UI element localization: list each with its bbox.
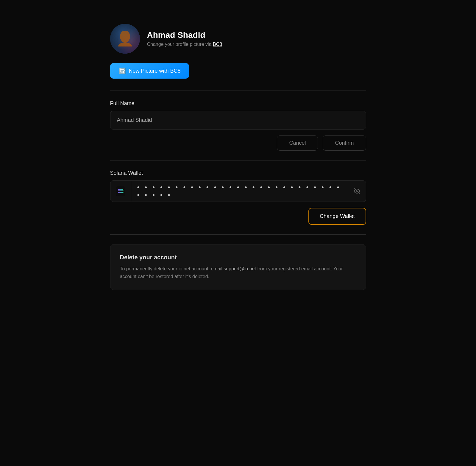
delete-account-title: Delete your account [120, 254, 356, 261]
new-picture-button[interactable]: 🔄 New Picture with BC8 [110, 63, 189, 79]
change-wallet-button[interactable]: Change Wallet [308, 208, 366, 225]
profile-subtitle: Change your profile picture via BC8 [147, 42, 222, 47]
cancel-button[interactable]: Cancel [277, 135, 318, 151]
avatar [110, 24, 140, 54]
confirm-button[interactable]: Confirm [323, 135, 366, 151]
profile-info: Ahmad Shadid Change your profile picture… [147, 30, 222, 47]
profile-name: Ahmad Shadid [147, 30, 222, 40]
full-name-label: Full Name [110, 100, 366, 107]
solana-icon [116, 186, 125, 196]
bc8-link[interactable]: BC8 [213, 42, 222, 47]
profile-header: Ahmad Shadid Change your profile picture… [110, 24, 222, 54]
full-name-input[interactable] [110, 111, 366, 130]
wallet-section: Solana Wallet [110, 170, 366, 225]
divider-3 [110, 234, 366, 235]
divider-1 [110, 91, 366, 91]
name-button-row: Cancel Confirm [110, 135, 366, 151]
divider-2 [110, 160, 366, 160]
profile-settings-page: Ahmad Shadid Change your profile picture… [110, 18, 366, 296]
wallet-label: Solana Wallet [110, 170, 366, 176]
support-email-link[interactable]: support@io.net [224, 266, 256, 271]
toggle-wallet-visibility-button[interactable] [348, 181, 366, 202]
wallet-input-container: • • • • • • • • • • • • • • • • • • • • … [110, 180, 366, 202]
wallet-icon-area [110, 181, 131, 202]
picture-icon: 🔄 [118, 67, 126, 74]
eye-off-icon [353, 188, 360, 195]
delete-account-text: To permanently delete your io.net accoun… [120, 265, 356, 280]
full-name-section: Full Name Cancel Confirm [110, 100, 366, 151]
delete-account-section: Delete your account To permanently delet… [110, 244, 366, 290]
wallet-dots: • • • • • • • • • • • • • • • • • • • • … [131, 183, 348, 199]
profile-section: Ahmad Shadid Change your profile picture… [110, 24, 366, 79]
